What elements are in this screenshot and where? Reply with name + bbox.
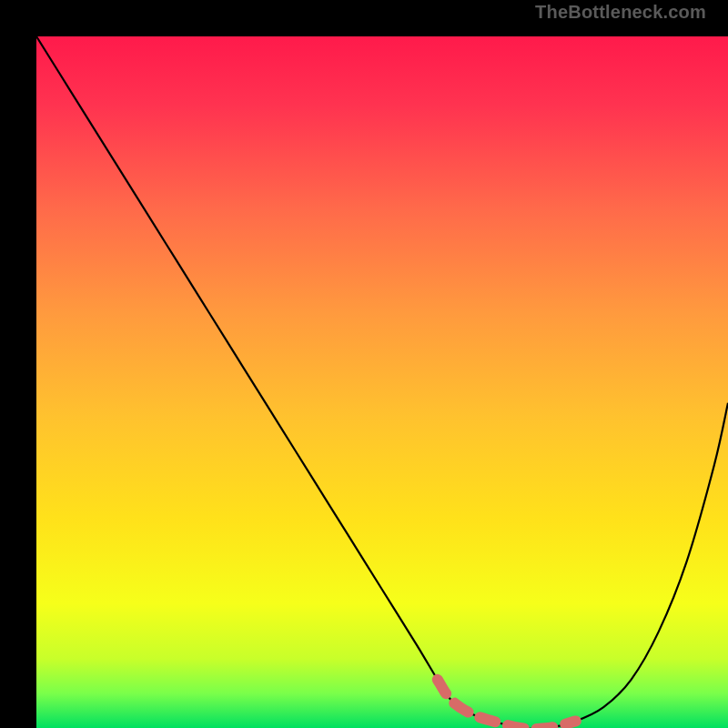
chart-frame <box>18 18 710 710</box>
chart-svg <box>36 36 728 728</box>
gradient-background <box>36 36 728 728</box>
watermark-text: TheBottleneck.com <box>535 2 706 23</box>
